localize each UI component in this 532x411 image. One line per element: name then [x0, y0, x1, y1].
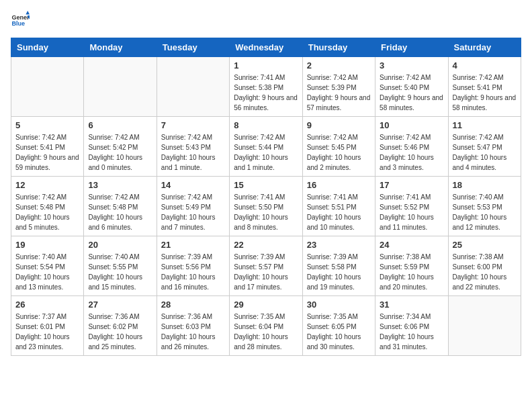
day-number: 18 [453, 180, 517, 190]
day-number: 2 [307, 60, 371, 71]
logo-icon: General Blue [11, 11, 30, 30]
day-number: 3 [380, 60, 443, 71]
day-info: Sunrise: 7:40 AMSunset: 5:53 PMDaylight:… [453, 192, 517, 232]
day-number: 9 [307, 120, 371, 130]
day-info: Sunrise: 7:40 AMSunset: 5:55 PMDaylight:… [88, 252, 152, 292]
day-number: 8 [234, 120, 298, 130]
day-number: 27 [88, 300, 152, 310]
calendar-cell: 18Sunrise: 7:40 AMSunset: 5:53 PMDayligh… [448, 177, 521, 236]
calendar-cell: 4Sunrise: 7:42 AMSunset: 5:41 PMDaylight… [448, 57, 521, 117]
weekday-header-wednesday: Wednesday [230, 38, 302, 57]
calendar-cell: 22Sunrise: 7:39 AMSunset: 5:57 PMDayligh… [230, 236, 302, 296]
calendar-cell: 1Sunrise: 7:41 AMSunset: 5:38 PMDaylight… [230, 57, 302, 117]
day-number: 31 [380, 300, 443, 310]
calendar-cell: 26Sunrise: 7:37 AMSunset: 6:01 PMDayligh… [11, 296, 84, 356]
day-number: 20 [88, 240, 152, 250]
day-number: 16 [307, 180, 371, 190]
calendar-cell: 3Sunrise: 7:42 AMSunset: 5:40 PMDaylight… [375, 57, 448, 117]
calendar-cell: 9Sunrise: 7:42 AMSunset: 5:45 PMDaylight… [302, 117, 375, 177]
day-info: Sunrise: 7:42 AMSunset: 5:43 PMDaylight:… [161, 132, 225, 173]
calendar-cell: 29Sunrise: 7:35 AMSunset: 6:04 PMDayligh… [230, 296, 302, 356]
calendar-cell [84, 57, 157, 117]
calendar-cell [448, 296, 521, 356]
day-info: Sunrise: 7:35 AMSunset: 6:05 PMDaylight:… [307, 312, 371, 352]
day-info: Sunrise: 7:41 AMSunset: 5:50 PMDaylight:… [234, 192, 298, 232]
day-number: 24 [380, 240, 443, 250]
calendar-cell: 13Sunrise: 7:42 AMSunset: 5:48 PMDayligh… [84, 177, 157, 236]
day-number: 11 [453, 120, 517, 130]
day-number: 6 [88, 120, 152, 130]
day-info: Sunrise: 7:41 AMSunset: 5:52 PMDaylight:… [380, 192, 443, 232]
day-number: 13 [88, 180, 152, 190]
day-number: 25 [453, 240, 517, 250]
day-number: 12 [15, 180, 79, 190]
calendar-cell: 8Sunrise: 7:42 AMSunset: 5:44 PMDaylight… [230, 117, 302, 177]
calendar-cell: 6Sunrise: 7:42 AMSunset: 5:42 PMDaylight… [84, 117, 157, 177]
day-info: Sunrise: 7:42 AMSunset: 5:40 PMDaylight:… [380, 73, 443, 113]
day-info: Sunrise: 7:37 AMSunset: 6:01 PMDaylight:… [15, 312, 79, 352]
weekday-header-sunday: Sunday [11, 38, 84, 57]
calendar-cell: 17Sunrise: 7:41 AMSunset: 5:52 PMDayligh… [375, 177, 448, 236]
calendar-cell: 24Sunrise: 7:38 AMSunset: 5:59 PMDayligh… [375, 236, 448, 296]
weekday-header-monday: Monday [84, 38, 157, 57]
calendar-cell: 30Sunrise: 7:35 AMSunset: 6:05 PMDayligh… [302, 296, 375, 356]
calendar-cell [11, 57, 84, 117]
day-info: Sunrise: 7:42 AMSunset: 5:44 PMDaylight:… [234, 132, 298, 173]
svg-text:Blue: Blue [11, 20, 25, 27]
day-info: Sunrise: 7:42 AMSunset: 5:48 PMDaylight:… [15, 192, 79, 232]
week-row-2: 5Sunrise: 7:42 AMSunset: 5:41 PMDaylight… [11, 117, 521, 177]
day-info: Sunrise: 7:35 AMSunset: 6:04 PMDaylight:… [234, 312, 298, 352]
calendar-cell: 25Sunrise: 7:38 AMSunset: 6:00 PMDayligh… [448, 236, 521, 296]
day-info: Sunrise: 7:41 AMSunset: 5:38 PMDaylight:… [234, 73, 298, 113]
day-number: 4 [453, 60, 517, 71]
logo: General Blue [11, 11, 30, 30]
weekday-header-saturday: Saturday [448, 38, 521, 57]
day-number: 23 [307, 240, 371, 250]
weekday-header-tuesday: Tuesday [157, 38, 229, 57]
calendar-table: SundayMondayTuesdayWednesdayThursdayFrid… [11, 38, 521, 356]
calendar-cell [157, 57, 229, 117]
day-number: 10 [380, 120, 443, 130]
day-number: 14 [161, 180, 225, 190]
calendar-cell: 7Sunrise: 7:42 AMSunset: 5:43 PMDaylight… [157, 117, 229, 177]
calendar-cell: 14Sunrise: 7:42 AMSunset: 5:49 PMDayligh… [157, 177, 229, 236]
day-number: 21 [161, 240, 225, 250]
day-info: Sunrise: 7:42 AMSunset: 5:49 PMDaylight:… [161, 192, 225, 232]
calendar-cell: 5Sunrise: 7:42 AMSunset: 5:41 PMDaylight… [11, 117, 84, 177]
day-info: Sunrise: 7:38 AMSunset: 6:00 PMDaylight:… [453, 252, 517, 292]
weekday-header-friday: Friday [375, 38, 448, 57]
calendar-cell: 10Sunrise: 7:42 AMSunset: 5:46 PMDayligh… [375, 117, 448, 177]
calendar-cell: 20Sunrise: 7:40 AMSunset: 5:55 PMDayligh… [84, 236, 157, 296]
calendar-cell: 15Sunrise: 7:41 AMSunset: 5:50 PMDayligh… [230, 177, 302, 236]
svg-marker-2 [26, 11, 30, 15]
week-row-5: 26Sunrise: 7:37 AMSunset: 6:01 PMDayligh… [11, 296, 521, 356]
day-info: Sunrise: 7:39 AMSunset: 5:56 PMDaylight:… [161, 252, 225, 292]
weekday-header-row: SundayMondayTuesdayWednesdayThursdayFrid… [11, 38, 521, 57]
weekday-header-thursday: Thursday [302, 38, 375, 57]
day-number: 5 [15, 120, 79, 130]
calendar-cell: 21Sunrise: 7:39 AMSunset: 5:56 PMDayligh… [157, 236, 229, 296]
calendar-cell: 28Sunrise: 7:36 AMSunset: 6:03 PMDayligh… [157, 296, 229, 356]
calendar-cell: 31Sunrise: 7:34 AMSunset: 6:06 PMDayligh… [375, 296, 448, 356]
week-row-1: 1Sunrise: 7:41 AMSunset: 5:38 PMDaylight… [11, 57, 521, 117]
week-row-3: 12Sunrise: 7:42 AMSunset: 5:48 PMDayligh… [11, 177, 521, 236]
day-number: 19 [15, 240, 79, 250]
day-info: Sunrise: 7:41 AMSunset: 5:51 PMDaylight:… [307, 192, 371, 232]
calendar-cell: 27Sunrise: 7:36 AMSunset: 6:02 PMDayligh… [84, 296, 157, 356]
day-info: Sunrise: 7:36 AMSunset: 6:03 PMDaylight:… [161, 312, 225, 352]
day-info: Sunrise: 7:42 AMSunset: 5:39 PMDaylight:… [307, 73, 371, 113]
day-info: Sunrise: 7:42 AMSunset: 5:42 PMDaylight:… [88, 132, 152, 173]
day-number: 29 [234, 300, 298, 310]
day-number: 22 [234, 240, 298, 250]
day-info: Sunrise: 7:39 AMSunset: 5:57 PMDaylight:… [234, 252, 298, 292]
calendar-cell: 23Sunrise: 7:39 AMSunset: 5:58 PMDayligh… [302, 236, 375, 296]
day-info: Sunrise: 7:42 AMSunset: 5:48 PMDaylight:… [88, 192, 152, 232]
day-number: 30 [307, 300, 371, 310]
day-info: Sunrise: 7:42 AMSunset: 5:45 PMDaylight:… [307, 132, 371, 173]
day-info: Sunrise: 7:42 AMSunset: 5:41 PMDaylight:… [453, 73, 517, 113]
day-number: 26 [15, 300, 79, 310]
day-info: Sunrise: 7:40 AMSunset: 5:54 PMDaylight:… [15, 252, 79, 292]
day-number: 17 [380, 180, 443, 190]
calendar-cell: 12Sunrise: 7:42 AMSunset: 5:48 PMDayligh… [11, 177, 84, 236]
calendar-cell: 2Sunrise: 7:42 AMSunset: 5:39 PMDaylight… [302, 57, 375, 117]
